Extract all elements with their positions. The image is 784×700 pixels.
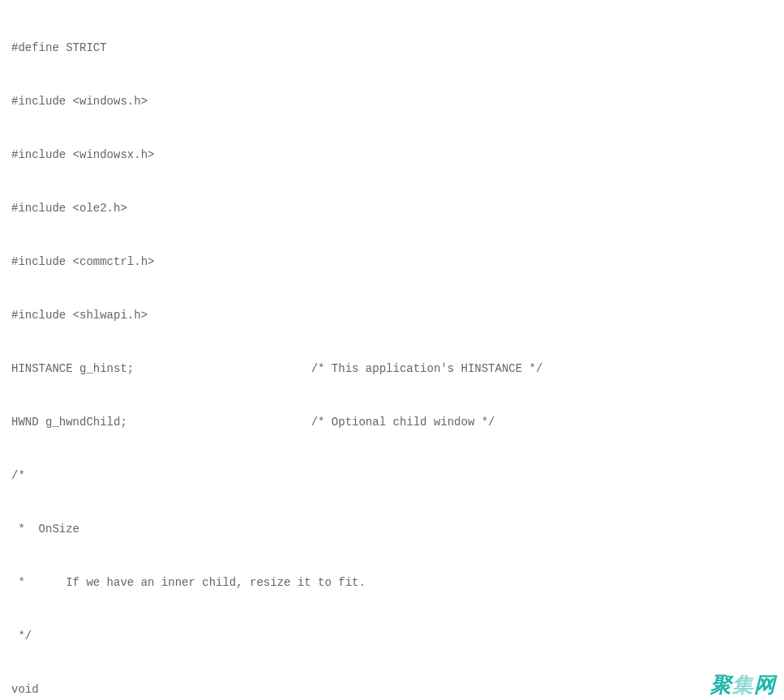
code-line: void [11,681,773,698]
watermark-char: 聚 [710,672,732,697]
code-line: * If we have an inner child, resize it t… [11,574,773,591]
code-line: #include <commctrl.h> [11,253,773,271]
code-line: #define STRICT [11,39,773,57]
code-line: HWND g_hwndChild; /* Optional child wind… [11,413,773,431]
watermark-char: 网 [754,672,776,697]
code-line: #include <ole2.h> [11,199,773,217]
code-line: #include <shlwapi.h> [11,306,773,324]
watermark-logo: 聚集网 [710,676,776,694]
code-line: * OnSize [11,520,773,538]
code-line: HINSTANCE g_hinst; /* This application's… [11,360,773,378]
watermark-char: 集 [732,672,754,697]
code-line: #include <windowsx.h> [11,146,773,164]
code-block: #define STRICT #include <windows.h> #inc… [11,3,773,700]
code-line: */ [11,627,773,645]
code-line: /* [11,467,773,484]
code-line: #include <windows.h> [11,92,773,110]
